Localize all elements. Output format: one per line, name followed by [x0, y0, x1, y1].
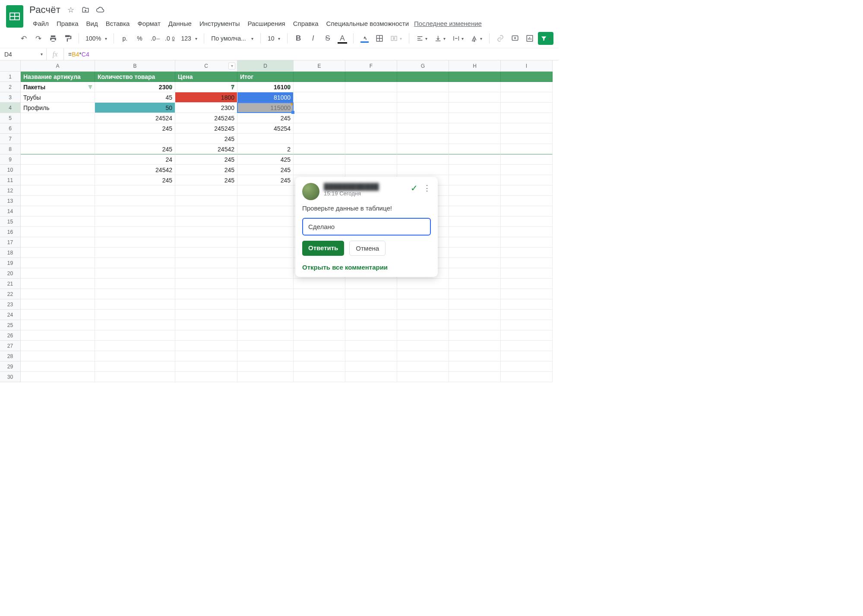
cell-C29[interactable]	[175, 361, 237, 372]
cell-C3[interactable]: 1800	[175, 92, 237, 103]
cell-C30[interactable]	[175, 372, 237, 382]
cell-F6[interactable]	[345, 123, 397, 134]
column-header-H[interactable]: H	[449, 60, 501, 72]
increase-decimal-button[interactable]: .00	[162, 32, 177, 45]
cell-C15[interactable]	[175, 217, 237, 227]
cell-I13[interactable]	[501, 196, 553, 206]
cell-C13[interactable]	[175, 196, 237, 206]
vertical-align-button[interactable]	[432, 32, 448, 45]
cell-A18[interactable]	[21, 248, 95, 258]
cell-E30[interactable]	[294, 372, 345, 382]
cell-F4[interactable]	[345, 103, 397, 113]
cell-I9[interactable]	[501, 154, 553, 165]
cell-A12[interactable]	[21, 185, 95, 196]
cell-B24[interactable]	[95, 310, 175, 320]
row-header-2[interactable]: 2	[0, 82, 21, 92]
cell-A5[interactable]	[21, 113, 95, 123]
paint-format-button[interactable]	[61, 32, 74, 45]
menu-accessibility[interactable]: Специальные возможности	[323, 18, 413, 29]
cell-E6[interactable]	[294, 123, 345, 134]
cell-C9[interactable]: 245	[175, 154, 237, 165]
cell-D28[interactable]	[237, 351, 294, 361]
cell-G7[interactable]	[397, 134, 449, 144]
redo-button[interactable]: ↷	[32, 32, 45, 45]
decrease-decimal-button[interactable]: .0͟	[148, 32, 161, 45]
cell-F2[interactable]	[345, 82, 397, 92]
merge-cells-button[interactable]	[388, 32, 404, 45]
cell-B16[interactable]	[95, 227, 175, 237]
number-format-dropdown[interactable]: 123	[179, 32, 199, 45]
cell-A22[interactable]	[21, 289, 95, 299]
cell-C6[interactable]: 245245	[175, 123, 237, 134]
cell-C24[interactable]	[175, 310, 237, 320]
menu-view[interactable]: Вид	[83, 18, 101, 29]
cell-A23[interactable]	[21, 299, 95, 310]
cell-I25[interactable]	[501, 320, 553, 330]
cell-E28[interactable]	[294, 351, 345, 361]
cell-E27[interactable]	[294, 341, 345, 351]
cell-A8[interactable]	[21, 144, 95, 154]
cell-C1[interactable]: Цена	[175, 72, 237, 82]
cell-G30[interactable]	[397, 372, 449, 382]
cell-D2[interactable]: 16100	[237, 82, 294, 92]
fill-color-button[interactable]	[358, 32, 371, 45]
cell-C25[interactable]	[175, 320, 237, 330]
cell-C2[interactable]: 7	[175, 82, 237, 92]
cell-B15[interactable]	[95, 217, 175, 227]
column-header-B[interactable]: B	[95, 60, 175, 72]
cell-H20[interactable]	[449, 268, 501, 279]
cell-H11[interactable]	[449, 175, 501, 185]
cell-B7[interactable]	[95, 134, 175, 144]
cell-E26[interactable]	[294, 330, 345, 341]
cell-E24[interactable]	[294, 310, 345, 320]
cell-B22[interactable]	[95, 289, 175, 299]
cell-H4[interactable]	[449, 103, 501, 113]
insert-comment-button[interactable]	[509, 32, 522, 45]
row-header-3[interactable]: 3	[0, 92, 21, 103]
comment-more-button[interactable]: ⋮	[423, 183, 431, 193]
cancel-button[interactable]: Отмена	[349, 241, 386, 256]
row-header-13[interactable]: 13	[0, 196, 21, 206]
cell-E3[interactable]	[294, 92, 345, 103]
column-header-D[interactable]: D	[237, 60, 294, 72]
cell-E29[interactable]	[294, 361, 345, 372]
cell-B18[interactable]	[95, 248, 175, 258]
cell-F3[interactable]	[345, 92, 397, 103]
cell-A15[interactable]	[21, 217, 95, 227]
cell-G25[interactable]	[397, 320, 449, 330]
row-header-16[interactable]: 16	[0, 227, 21, 237]
cell-B19[interactable]	[95, 258, 175, 268]
cell-H30[interactable]	[449, 372, 501, 382]
cell-A19[interactable]	[21, 258, 95, 268]
cell-A3[interactable]: Трубы	[21, 92, 95, 103]
currency-button[interactable]: р.	[118, 32, 131, 45]
cell-B10[interactable]: 24542	[95, 165, 175, 175]
cell-H25[interactable]	[449, 320, 501, 330]
cell-D25[interactable]	[237, 320, 294, 330]
cell-C19[interactable]	[175, 258, 237, 268]
cell-F21[interactable]	[345, 279, 397, 289]
cell-B26[interactable]	[95, 330, 175, 341]
cell-F29[interactable]	[345, 361, 397, 372]
row-header-1[interactable]: 1	[0, 72, 21, 82]
cell-I30[interactable]	[501, 372, 553, 382]
cell-A1[interactable]: Название артикула	[21, 72, 95, 82]
row-header-15[interactable]: 15	[0, 217, 21, 227]
cell-I28[interactable]	[501, 351, 553, 361]
cell-E2[interactable]	[294, 82, 345, 92]
cell-B29[interactable]	[95, 361, 175, 372]
cell-D1[interactable]: Итог	[237, 72, 294, 82]
cell-H21[interactable]	[449, 279, 501, 289]
cell-D29[interactable]	[237, 361, 294, 372]
cell-E8[interactable]	[294, 144, 345, 154]
cell-H22[interactable]	[449, 289, 501, 299]
filter-button[interactable]	[538, 32, 553, 45]
print-button[interactable]	[47, 32, 60, 45]
cell-A2[interactable]: Пакеты	[21, 82, 95, 92]
cell-B3[interactable]: 45	[95, 92, 175, 103]
cell-D13[interactable]	[237, 196, 294, 206]
star-icon[interactable]: ☆	[66, 6, 75, 14]
cell-C14[interactable]	[175, 206, 237, 217]
filter-icon[interactable]	[88, 85, 93, 90]
cell-I27[interactable]	[501, 341, 553, 351]
